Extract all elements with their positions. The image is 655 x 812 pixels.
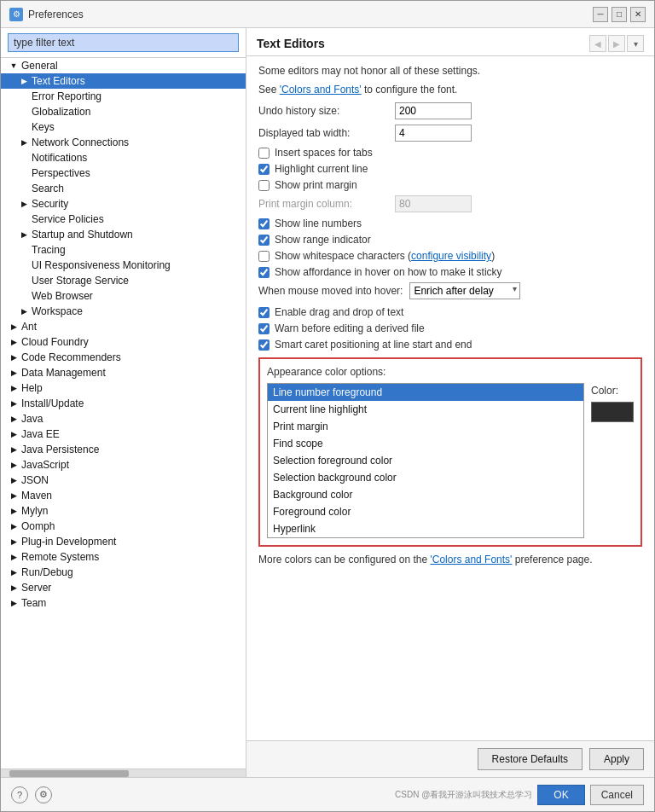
tree-item-general[interactable]: ▼ General	[1, 58, 246, 73]
warn-editing-checkbox[interactable]	[258, 323, 270, 334]
tree-item-plugin-dev[interactable]: ▶ Plug-in Development	[1, 534, 246, 549]
configure-visibility-link[interactable]: configure visibility	[411, 250, 491, 262]
tree-item-java[interactable]: ▶ Java	[1, 411, 246, 426]
watermark: CSDN @看我开游泳叫我技术总学习	[395, 789, 532, 801]
color-item-background[interactable]: Background color	[268, 486, 583, 503]
close-button[interactable]: ✕	[630, 7, 646, 22]
preferences-icon[interactable]: ⚙	[35, 786, 52, 803]
tree-item-server[interactable]: ▶ Server	[1, 580, 246, 595]
tree-area: ▼ General ▶ Text Editors ▶ Error Reporti…	[1, 58, 246, 768]
tree-item-java-persistence[interactable]: ▶ Java Persistence	[1, 442, 246, 457]
tree-item-data-management[interactable]: ▶ Data Management	[1, 365, 246, 380]
colors-fonts-link1[interactable]: 'Colors and Fonts'	[280, 84, 362, 96]
expander-icon: ▼	[8, 60, 20, 72]
whitespace-label: Show whitespace characters (configure vi…	[275, 250, 495, 262]
tree-item-perspectives[interactable]: ▶ Perspectives	[1, 165, 246, 181]
tree-item-text-editors[interactable]: ▶ Text Editors	[1, 73, 246, 89]
show-range-indicator-checkbox[interactable]	[258, 235, 270, 246]
color-item-print-margin[interactable]: Print margin	[268, 418, 583, 435]
tree-item-user-storage[interactable]: ▶ User Storage Service	[1, 273, 246, 288]
tree-item-ant[interactable]: ▶ Ant	[1, 319, 246, 334]
tree-item-workspace[interactable]: ▶ Workspace	[1, 304, 246, 319]
color-swatch[interactable]	[591, 402, 634, 422]
tree-item-service-policies[interactable]: ▶ Service Policies	[1, 212, 246, 227]
print-margin-row: Print margin column:	[258, 195, 642, 212]
tree-item-remote-systems[interactable]: ▶ Remote Systems	[1, 549, 246, 565]
color-item-foreground[interactable]: Foreground color	[268, 503, 583, 520]
footer-right: CSDN @看我开游泳叫我技术总学习 OK Cancel	[395, 785, 644, 805]
cancel-button[interactable]: Cancel	[590, 785, 644, 805]
hover-dropdown-wrap: Enrich after delay Never enrich Enrich i…	[409, 282, 520, 299]
tree-item-search[interactable]: ▶ Search	[1, 181, 246, 196]
insert-spaces-label: Insert spaces for tabs	[275, 147, 373, 159]
color-item-line-number-fg[interactable]: Line number foreground	[268, 384, 583, 401]
tree-item-oomph[interactable]: ▶ Oomph	[1, 519, 246, 534]
forward-button[interactable]: ▶	[608, 35, 625, 52]
hover-label: When mouse moved into hover:	[258, 285, 403, 297]
insert-spaces-checkbox[interactable]	[258, 148, 270, 159]
ok-button[interactable]: OK	[537, 785, 584, 805]
affordance-checkbox[interactable]	[258, 267, 270, 278]
footer: ? ⚙ CSDN @看我开游泳叫我技术总学习 OK Cancel	[1, 777, 654, 811]
tree-item-security[interactable]: ▶ Security	[1, 196, 246, 212]
expander-icon: ▶	[8, 321, 20, 333]
expander-icon: ▶	[8, 536, 20, 548]
color-item-selection-fg[interactable]: Selection foreground color	[268, 452, 583, 469]
tree-item-notifications[interactable]: ▶ Notifications	[1, 150, 246, 165]
undo-input[interactable]	[395, 102, 472, 119]
tree-item-java-ee[interactable]: ▶ Java EE	[1, 426, 246, 442]
print-margin-label: Print margin column:	[258, 198, 395, 210]
whitespace-checkbox[interactable]	[258, 251, 270, 262]
show-line-numbers-label: Show line numbers	[275, 218, 362, 229]
tree-item-maven[interactable]: ▶ Maven	[1, 488, 246, 503]
tree-item-javascript[interactable]: ▶ JavaScript	[1, 457, 246, 473]
color-item-current-line-hl[interactable]: Current line highlight	[268, 401, 583, 418]
filter-input[interactable]	[8, 33, 239, 52]
tree-item-web-browser[interactable]: ▶ Web Browser	[1, 288, 246, 304]
color-list[interactable]: Line number foreground Current line high…	[267, 383, 584, 538]
show-line-numbers-checkbox[interactable]	[258, 218, 270, 229]
restore-defaults-button[interactable]: Restore Defaults	[478, 748, 583, 770]
color-item-hyperlink[interactable]: Hyperlink	[268, 520, 583, 537]
tree-item-error-reporting[interactable]: ▶ Error Reporting	[1, 89, 246, 104]
smart-caret-checkbox[interactable]	[258, 339, 270, 351]
tree-item-team[interactable]: ▶ Team	[1, 595, 246, 611]
tree-item-install-update[interactable]: ▶ Install/Update	[1, 396, 246, 411]
titlebar: ⚙ Preferences ─ □ ✕	[1, 1, 654, 28]
color-right: Color:	[591, 383, 634, 538]
expander-icon: ▶	[8, 490, 20, 502]
smart-caret-row: Smart caret positioning at line start an…	[258, 339, 642, 351]
tree-item-ui-responsiveness[interactable]: ▶ UI Responsiveness Monitoring	[1, 258, 246, 273]
back-button[interactable]: ◀	[589, 35, 606, 52]
minimize-button[interactable]: ─	[593, 7, 608, 22]
dropdown-nav-button[interactable]: ▾	[627, 35, 644, 52]
tree-item-globalization[interactable]: ▶ Globalization	[1, 104, 246, 119]
expander-icon: ▶	[8, 428, 20, 440]
tab-width-input[interactable]	[395, 125, 472, 142]
highlight-line-checkbox[interactable]	[258, 164, 270, 175]
tree-item-cloud-foundry[interactable]: ▶ Cloud Foundry	[1, 334, 246, 350]
color-item-selection-bg[interactable]: Selection background color	[268, 469, 583, 486]
show-print-margin-checkbox[interactable]	[258, 180, 270, 191]
tab-width-label: Displayed tab width:	[258, 127, 395, 139]
drag-drop-checkbox[interactable]	[258, 307, 270, 318]
note1: Some editors may not honor all of these …	[258, 65, 642, 77]
tree-item-mylyn[interactable]: ▶ Mylyn	[1, 503, 246, 519]
footer-icons: ? ⚙	[11, 786, 52, 803]
tree-item-startup-shutdown[interactable]: ▶ Startup and Shutdown	[1, 227, 246, 242]
tree-item-json[interactable]: ▶ JSON	[1, 473, 246, 488]
expander-icon: ▶	[18, 75, 30, 87]
apply-button[interactable]: Apply	[589, 748, 644, 770]
maximize-button[interactable]: □	[612, 7, 627, 22]
color-item-find-scope[interactable]: Find scope	[268, 435, 583, 452]
tree-item-run-debug[interactable]: ▶ Run/Debug	[1, 565, 246, 580]
tree-item-tracing[interactable]: ▶ Tracing	[1, 242, 246, 258]
tree-item-help[interactable]: ▶ Help	[1, 380, 246, 396]
help-icon[interactable]: ?	[11, 786, 28, 803]
tree-item-keys[interactable]: ▶ Keys	[1, 119, 246, 135]
window-controls: ─ □ ✕	[593, 7, 646, 22]
colors-fonts-link2[interactable]: 'Colors and Fonts'	[430, 554, 512, 566]
tree-item-network-connections[interactable]: ▶ Network Connections	[1, 135, 246, 150]
tree-item-code-recommenders[interactable]: ▶ Code Recommenders	[1, 350, 246, 365]
hover-dropdown[interactable]: Enrich after delay Never enrich Enrich i…	[409, 282, 520, 299]
